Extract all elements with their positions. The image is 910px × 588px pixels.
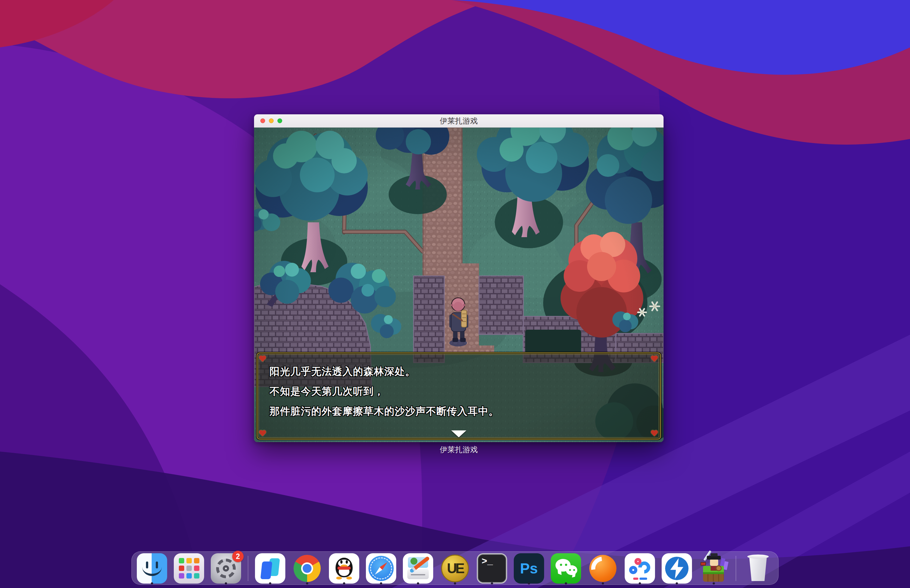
dialogue-line: 那件脏污的外套摩擦草木的沙沙声不断传入耳中。	[270, 401, 648, 421]
desktop: 伊莱扎游戏	[0, 0, 910, 588]
dock-item-ultraedit[interactable]: UE	[440, 553, 470, 583]
dock-item-teamviewer[interactable]	[662, 553, 692, 583]
trash-icon	[748, 556, 768, 581]
running-indicator	[713, 582, 715, 585]
running-indicator	[676, 582, 678, 585]
continue-arrow-icon[interactable]	[451, 430, 466, 437]
dock-separator	[248, 556, 248, 581]
game-viewport: 阳光几乎无法透入的森林深处。 不知是今天第几次听到， 那件脏污的外套摩擦草木的沙…	[254, 128, 664, 442]
dock-item-qq[interactable]	[329, 553, 359, 583]
photoshop-letters: Ps	[520, 560, 538, 577]
window-title: 伊莱扎游戏	[440, 116, 478, 126]
dock-item-trash[interactable]	[743, 553, 773, 583]
close-button[interactable]	[261, 118, 265, 123]
dock-item-photoshop[interactable]: Ps	[514, 553, 544, 583]
orange-globe-icon	[589, 555, 617, 582]
heart-ornament-icon	[651, 430, 659, 437]
dock-separator	[735, 556, 736, 581]
running-indicator	[528, 582, 530, 585]
running-indicator	[151, 582, 153, 585]
ultraedit-icon: UE	[441, 554, 469, 582]
photoshop-icon: Ps	[514, 553, 544, 583]
dock-item-orange-globe[interactable]	[588, 553, 618, 583]
safari-compass-icon	[366, 553, 396, 583]
dialogue-text: 阳光几乎无法透入的森林深处。 不知是今天第几次听到， 那件脏污的外套摩擦草木的沙…	[257, 353, 660, 421]
paint-disk-icon	[403, 553, 433, 583]
finder-icon	[137, 553, 167, 583]
traffic-lights	[261, 114, 282, 127]
running-indicator	[602, 582, 604, 585]
dock-item-baidu-netdisk[interactable]	[625, 553, 655, 583]
running-indicator	[417, 582, 419, 585]
dialogue-box[interactable]: 阳光几乎无法透入的森林深处。 不知是今天第几次听到， 那件脏污的外套摩擦草木的沙…	[257, 352, 661, 439]
dock-item-finder[interactable]	[137, 553, 167, 583]
running-indicator	[454, 582, 456, 585]
minimize-button[interactable]	[269, 118, 274, 123]
dock-item-wechat[interactable]	[551, 553, 581, 583]
eliza-game-pixel-icon	[699, 553, 729, 583]
teamviewer-bolt-icon	[662, 553, 692, 583]
dock-item-terminal[interactable]: >_	[477, 553, 507, 583]
running-indicator	[565, 582, 567, 585]
running-indicator	[639, 582, 641, 585]
qq-penguin-icon	[329, 553, 359, 583]
game-window: 伊莱扎游戏	[254, 114, 664, 442]
running-indicator	[269, 582, 271, 585]
ultraedit-letters: UE	[447, 561, 463, 576]
zoom-button[interactable]	[277, 118, 282, 123]
tencent-docs-icon	[255, 553, 285, 583]
terminal-icon: >_	[477, 553, 507, 583]
dock-item-safari[interactable]	[366, 553, 396, 583]
window-caption: 伊莱扎游戏	[254, 445, 664, 455]
dialogue-line: 阳光几乎无法透入的森林深处。	[270, 362, 648, 381]
dock-item-image-editor[interactable]	[403, 553, 433, 583]
heart-ornament-icon	[651, 355, 659, 362]
running-indicator	[343, 582, 345, 585]
notification-badge: 2	[232, 551, 244, 562]
chrome-icon	[293, 555, 321, 582]
running-indicator	[491, 582, 493, 585]
heart-ornament-icon	[259, 430, 267, 437]
running-indicator	[380, 582, 382, 585]
dock-item-tencent-docs[interactable]	[255, 553, 285, 583]
running-indicator	[225, 582, 227, 585]
dialogue-line: 不知是今天第几次听到，	[270, 381, 648, 401]
trash-rim	[747, 554, 769, 559]
terminal-prompt: >_	[481, 556, 493, 567]
dock-item-chrome[interactable]	[292, 553, 322, 583]
baidu-netdisk-cloud-icon	[625, 553, 655, 583]
window-titlebar[interactable]: 伊莱扎游戏	[254, 114, 664, 128]
dock-item-system-preferences[interactable]: 2	[211, 553, 241, 583]
dock: 2	[131, 551, 779, 585]
heart-ornament-icon	[259, 355, 267, 362]
dock-item-launchpad[interactable]	[174, 553, 204, 583]
dock-item-eliza-game[interactable]	[699, 553, 729, 583]
launchpad-icon	[174, 553, 204, 583]
running-indicator	[306, 582, 308, 585]
wechat-bubbles-icon	[551, 553, 581, 583]
